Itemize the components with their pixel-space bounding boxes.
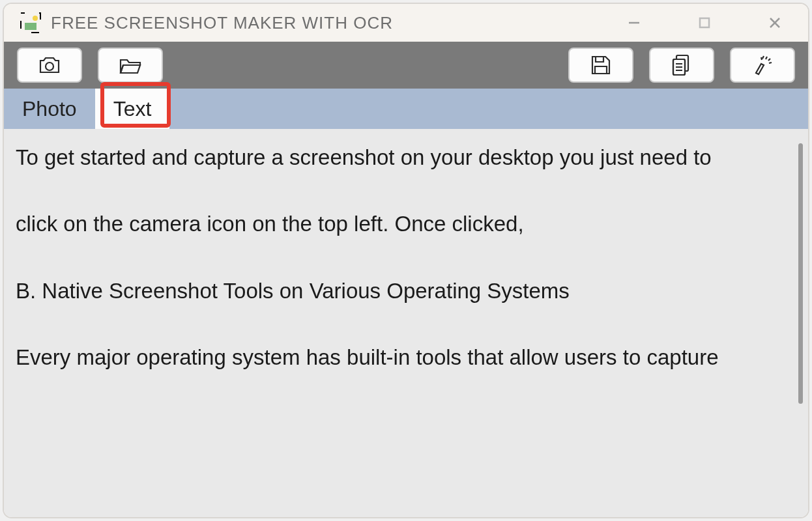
minimize-button[interactable]	[619, 8, 649, 38]
copy-button[interactable]	[649, 48, 714, 83]
app-icon	[20, 12, 42, 34]
clear-button[interactable]	[730, 48, 795, 83]
folder-open-icon	[117, 52, 143, 78]
app-window: FREE SCREENSHOT MAKER WITH OCR	[3, 3, 809, 518]
tabs-row: Photo Text	[4, 89, 808, 129]
close-button[interactable]	[760, 8, 790, 38]
scrollbar-thumb[interactable]	[798, 143, 803, 404]
tab-photo[interactable]: Photo	[4, 89, 95, 129]
save-button[interactable]	[568, 48, 633, 83]
window-controls	[619, 8, 790, 38]
ocr-text-output[interactable]: To get started and capture a screenshot …	[16, 141, 782, 374]
content-area: To get started and capture a screenshot …	[4, 129, 808, 517]
tab-photo-label: Photo	[22, 97, 77, 121]
titlebar: FREE SCREENSHOT MAKER WITH OCR	[4, 4, 808, 42]
open-folder-button[interactable]	[98, 48, 163, 83]
save-icon	[588, 52, 614, 78]
brush-icon	[749, 52, 776, 78]
maximize-button[interactable]	[689, 8, 719, 38]
svg-point-2	[33, 16, 38, 21]
toolbar	[4, 42, 808, 89]
tab-text-label: Text	[113, 97, 152, 121]
camera-icon	[36, 52, 63, 78]
window-title: FREE SCREENSHOT MAKER WITH OCR	[51, 13, 619, 33]
camera-button[interactable]	[17, 48, 82, 83]
svg-rect-1	[25, 23, 36, 30]
svg-point-7	[46, 63, 53, 70]
tab-text[interactable]: Text	[95, 89, 170, 129]
svg-rect-4	[700, 18, 709, 27]
copy-icon	[669, 52, 695, 78]
